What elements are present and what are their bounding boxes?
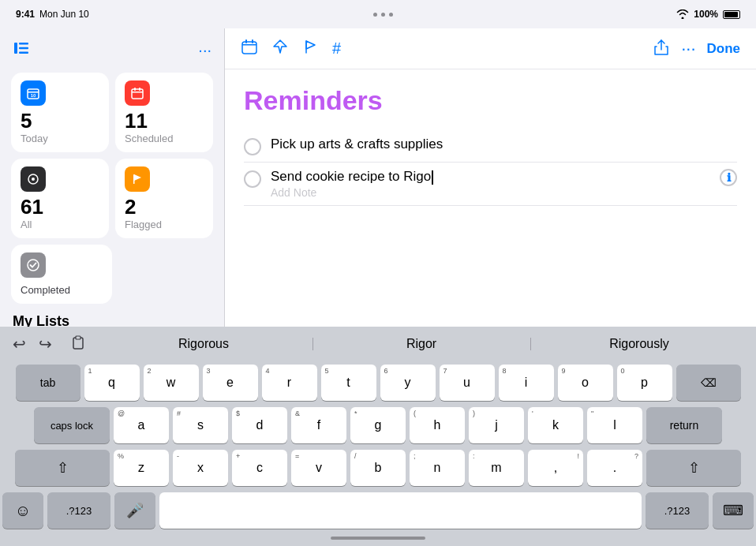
status-time: 9:41 [16,9,35,20]
smart-list-today[interactable]: 10 5 Today [11,73,109,152]
svg-rect-0 [14,43,17,54]
key-n[interactable]: ;n [410,450,465,486]
key-e[interactable]: 3e [203,365,258,401]
toolbar-share-button[interactable] [653,39,670,59]
reminder-info-button-2[interactable]: ℹ [720,169,737,186]
svg-rect-7 [132,89,143,99]
key-x[interactable]: -x [173,450,228,486]
key-p[interactable]: 0p [617,365,672,401]
toolbar-left: # [241,38,341,59]
status-bar: 9:41 Mon Jun 10 100% [0,0,756,28]
done-button[interactable]: Done [707,41,741,57]
all-icon [21,166,46,192]
toolbar-calendar-icon[interactable] [241,38,258,59]
key-k[interactable]: 'k [528,407,583,443]
reminder-item-2[interactable]: Send cookie recipe to Rigo Add Note ℹ [244,163,737,206]
suggestion-2[interactable]: Rigor [313,334,530,354]
key-numbers-left[interactable]: .?123 [47,492,110,529]
svg-rect-21 [76,336,80,339]
key-numbers-right[interactable]: .?123 [646,492,709,529]
keyboard-row-4: ☺ .?123 🎤 .?123 ⌨ [2,492,754,529]
key-tab[interactable]: tab [16,365,80,401]
svg-rect-10 [139,88,140,91]
key-delete[interactable]: ⌫ [676,365,741,401]
key-z[interactable]: %z [114,450,169,486]
key-l[interactable]: "l [587,407,642,443]
key-j[interactable]: )j [469,407,524,443]
status-right: 100% [676,9,740,20]
battery-icon: 100% [694,9,718,20]
svg-text:10: 10 [31,93,36,98]
key-f[interactable]: &f [291,407,346,443]
smart-lists-grid: 10 5 Today 11 Scheduled [11,73,213,238]
key-m[interactable]: :m [469,450,524,486]
key-d[interactable]: $d [232,407,287,443]
svg-rect-18 [252,39,253,43]
key-emoji[interactable]: ☺ [2,492,43,529]
key-space[interactable] [159,492,642,529]
key-exclamation[interactable]: !, [528,450,583,486]
reminder-text-block-1: Pick up arts & crafts supplies [271,136,737,152]
key-q[interactable]: 1q [84,365,140,401]
sidebar-more-button[interactable]: ··· [198,41,211,59]
toolbar-flag-icon[interactable] [302,39,318,58]
toolbar-location-icon[interactable] [272,39,288,58]
suggestion-1[interactable]: Rigorous [95,334,313,354]
reminder-text-2: Send cookie recipe to Rigo [271,169,710,185]
key-g[interactable]: *g [350,407,406,443]
svg-rect-2 [19,47,28,50]
reminder-item-1[interactable]: Pick up arts & crafts supplies [244,130,737,163]
toolbar-more-button[interactable]: ··· [681,39,695,59]
battery-bar [723,10,740,19]
key-o[interactable]: 9o [558,365,613,401]
key-shift-left[interactable]: ⇧ [15,450,110,486]
key-s[interactable]: #s [173,407,228,443]
smart-list-flagged[interactable]: 2 Flagged [115,159,213,238]
smart-list-all[interactable]: 61 All [11,159,109,238]
sidebar-toggle-button[interactable] [13,39,30,60]
suggestion-3[interactable]: Rigorously [530,334,748,354]
autocomplete-suggestions: Rigorous Rigor Rigorously [95,334,748,354]
completed-icon [21,252,46,278]
all-label: All [21,219,99,230]
smart-list-scheduled[interactable]: 11 Scheduled [115,73,213,152]
today-count: 5 [21,110,99,131]
key-question[interactable]: ?. [587,450,642,486]
key-i[interactable]: 8i [499,365,554,401]
key-w[interactable]: 2w [144,365,199,401]
wifi-icon [676,9,689,19]
key-c[interactable]: +c [232,450,287,486]
key-a[interactable]: @a [114,407,169,443]
svg-rect-3 [19,52,28,54]
completed-label: Completed [21,284,70,296]
add-note-label[interactable]: Add Note [271,186,710,199]
reminder-text-1: Pick up arts & crafts supplies [271,136,737,152]
autocomplete-bar: ↩ ↪ Rigorous Rigor Rigorously [0,327,756,361]
key-h[interactable]: (h [410,407,465,443]
key-keyboard-hide[interactable]: ⌨ [713,492,754,529]
key-u[interactable]: 7u [440,365,495,401]
undo-button[interactable]: ↩ [8,331,31,357]
keyboard-rows: tab 1q 2w 3e 4r 5t 6y 7u 8i 9o 0p ⌫ caps… [0,361,756,530]
key-y[interactable]: 6y [380,365,436,401]
svg-rect-16 [242,44,256,46]
scheduled-count: 11 [125,110,204,131]
paste-button[interactable] [65,331,90,357]
main-toolbar: # ··· Done [225,28,756,69]
key-t[interactable]: 5t [321,365,376,401]
toolbar-hashtag-icon[interactable]: # [332,39,341,58]
key-r[interactable]: 4r [262,365,317,401]
reminder-circle-2[interactable] [244,170,261,188]
key-capslock[interactable]: caps lock [34,407,110,443]
reminder-circle-1[interactable] [244,138,261,155]
key-microphone[interactable]: 🎤 [114,492,155,529]
key-return[interactable]: return [646,407,722,443]
key-v[interactable]: =v [291,450,346,486]
today-icon: 10 [21,80,46,106]
key-shift-right[interactable]: ⇧ [646,450,741,486]
key-b[interactable]: /b [350,450,406,486]
undo-redo-group: ↩ ↪ [8,331,57,357]
redo-button[interactable]: ↪ [34,331,57,357]
smart-list-completed[interactable]: Completed [11,245,112,304]
flagged-icon [125,166,150,192]
